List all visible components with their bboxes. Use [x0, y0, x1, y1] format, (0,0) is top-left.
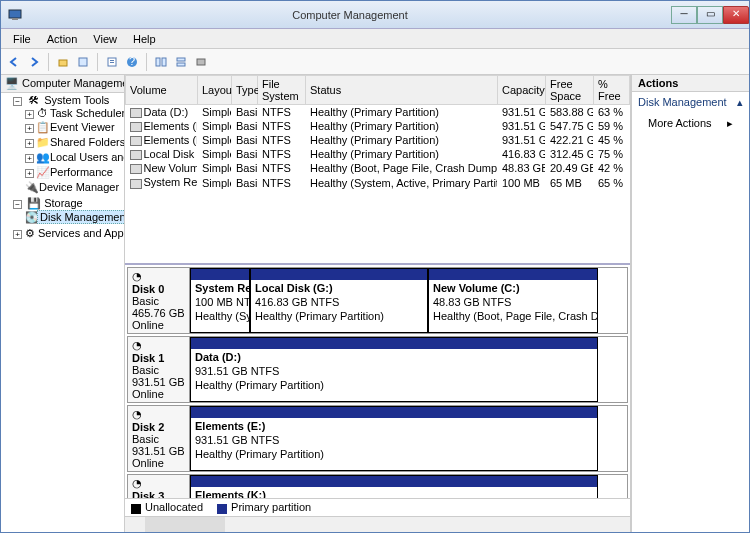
partition-stripe	[429, 269, 597, 280]
collapse-icon[interactable]: −	[13, 200, 22, 209]
disk-graphical-view[interactable]: ◔Disk 0Basic465.76 GBOnlineSystem Reserv…	[125, 265, 630, 498]
help-button[interactable]: ?	[123, 53, 141, 71]
toolbar-icon-3[interactable]	[152, 53, 170, 71]
partition[interactable]: Local Disk (G:)416.83 GB NTFSHealthy (Pr…	[250, 268, 428, 333]
disk-header[interactable]: ◔Disk 2Basic931.51 GBOnline	[128, 406, 190, 471]
volume-row[interactable]: System ReservedSimpleBasicNTFSHealthy (S…	[126, 175, 630, 189]
volume-pct: 42 %	[594, 161, 630, 175]
col-pctfree[interactable]: % Free	[594, 76, 630, 105]
partition[interactable]: New Volume (C:)48.83 GB NTFSHealthy (Boo…	[428, 268, 598, 333]
expand-icon[interactable]: +	[25, 110, 34, 119]
partition[interactable]: Data (D:)931.51 GB NTFSHealthy (Primary …	[190, 337, 598, 402]
partition-status: Healthy (Primary Partition)	[195, 379, 324, 391]
volume-row[interactable]: Data (D:)SimpleBasicNTFSHealthy (Primary…	[126, 105, 630, 120]
volume-row[interactable]: New Volume (C:)SimpleBasicNTFSHealthy (B…	[126, 161, 630, 175]
col-filesystem[interactable]: File System	[258, 76, 306, 105]
disk-row[interactable]: ◔Disk 2Basic931.51 GBOnlineElements (E:)…	[127, 405, 628, 472]
menu-view[interactable]: View	[85, 31, 125, 47]
partition[interactable]: Elements (K:)931.51 GB NTFSHealthy (Prim…	[190, 475, 598, 498]
perf-icon: 📈	[36, 166, 48, 179]
horizontal-scrollbar[interactable]	[125, 516, 630, 532]
tree-device-manager[interactable]: 🔌Device Manager	[25, 180, 124, 195]
tree-services-apps[interactable]: +⚙Services and Applications	[13, 226, 124, 241]
tree-root-row[interactable]: 🖥️ Computer Management (Local)	[1, 75, 124, 93]
volume-row[interactable]: Elements (K:)SimpleBasicNTFSHealthy (Pri…	[126, 133, 630, 147]
volume-layout: Simple	[198, 147, 232, 161]
menu-help[interactable]: Help	[125, 31, 164, 47]
menu-action[interactable]: Action	[39, 31, 86, 47]
svg-rect-0	[9, 10, 21, 18]
volume-row[interactable]: Local Disk (G:)SimpleBasicNTFSHealthy (P…	[126, 147, 630, 161]
menu-file[interactable]: File	[5, 31, 39, 47]
volume-table: Volume Layout Type File System Status Ca…	[125, 75, 630, 190]
volume-header-row[interactable]: Volume Layout Type File System Status Ca…	[126, 76, 630, 105]
tree-event-viewer[interactable]: +📋Event Viewer	[25, 120, 124, 135]
expand-icon[interactable]: +	[25, 154, 34, 163]
expand-icon[interactable]: +	[13, 230, 22, 239]
volume-icon	[130, 108, 142, 118]
toolbar-icon-2[interactable]	[74, 53, 92, 71]
disk-header[interactable]: ◔Disk 3Basic931.51 GBOnline	[128, 475, 190, 498]
more-actions-link[interactable]: More Actions ▸	[632, 113, 749, 134]
toolbar-icon-5[interactable]	[192, 53, 210, 71]
volume-pct: 63 %	[594, 105, 630, 120]
disk-state: Online	[132, 457, 164, 469]
disk-header[interactable]: ◔Disk 1Basic931.51 GBOnline	[128, 337, 190, 402]
svg-rect-9	[156, 58, 160, 66]
volume-list[interactable]: Volume Layout Type File System Status Ca…	[125, 75, 630, 265]
tree-disk-management[interactable]: 💽Disk Management	[25, 210, 124, 225]
tree-task-scheduler[interactable]: +⏱Task Scheduler	[25, 106, 124, 120]
volume-capacity: 48.83 GB	[498, 161, 546, 175]
partition[interactable]: System Reserved100 MB NTFSHealthy (Syste…	[190, 268, 250, 333]
col-status[interactable]: Status	[306, 76, 498, 105]
volume-type: Basic	[232, 175, 258, 189]
tree-root-label: Computer Management (Local)	[22, 77, 124, 89]
properties-button[interactable]	[103, 53, 121, 71]
partition-stripe	[191, 269, 249, 280]
volume-type: Basic	[232, 147, 258, 161]
up-button[interactable]	[54, 53, 72, 71]
disk-row[interactable]: ◔Disk 0Basic465.76 GBOnlineSystem Reserv…	[127, 267, 628, 334]
col-capacity[interactable]: Capacity	[498, 76, 546, 105]
volume-row[interactable]: Elements (E:)SimpleBasicNTFSHealthy (Pri…	[126, 119, 630, 133]
chevron-up-icon[interactable]: ▴	[737, 96, 743, 109]
forward-button[interactable]	[25, 53, 43, 71]
volume-fs: NTFS	[258, 119, 306, 133]
partition[interactable]: Elements (E:)931.51 GB NTFSHealthy (Prim…	[190, 406, 598, 471]
minimize-button[interactable]: ─	[671, 6, 697, 24]
expand-icon[interactable]: +	[25, 169, 34, 178]
disk-name: Disk 1	[132, 352, 185, 364]
volume-icon	[130, 136, 142, 146]
close-button[interactable]: ✕	[723, 6, 749, 24]
tree-storage[interactable]: − 💾 Storage 💽Disk Management	[13, 196, 124, 226]
users-icon: 👥	[36, 151, 48, 164]
back-button[interactable]	[5, 53, 23, 71]
disk-icon: ◔	[132, 270, 142, 282]
tree-local-users[interactable]: +👥Local Users and Groups	[25, 150, 124, 165]
tree-performance[interactable]: +📈Performance	[25, 165, 124, 180]
volume-fs: NTFS	[258, 161, 306, 175]
disk-row[interactable]: ◔Disk 3Basic931.51 GBOnlineElements (K:)…	[127, 474, 628, 498]
title-bar[interactable]: Computer Management ─ ▭ ✕	[1, 1, 749, 29]
disk-icon: ◔	[132, 339, 142, 351]
toolbar-icon-4[interactable]	[172, 53, 190, 71]
volume-status: Healthy (Primary Partition)	[306, 119, 498, 133]
collapse-icon[interactable]: −	[13, 97, 22, 106]
legend: Unallocated Primary partition	[125, 498, 630, 516]
tree-shared-folders[interactable]: +📁Shared Folders	[25, 135, 124, 150]
tree-system-tools[interactable]: − 🛠 System Tools +⏱Task Scheduler +📋Even…	[13, 93, 124, 196]
volume-layout: Simple	[198, 161, 232, 175]
svg-text:?: ?	[129, 56, 135, 67]
volume-icon	[130, 164, 142, 174]
disk-header[interactable]: ◔Disk 0Basic465.76 GBOnline	[128, 268, 190, 333]
disk-row[interactable]: ◔Disk 1Basic931.51 GBOnlineData (D:)931.…	[127, 336, 628, 403]
col-freespace[interactable]: Free Space	[546, 76, 594, 105]
col-type[interactable]: Type	[232, 76, 258, 105]
tree-pane[interactable]: 🖥️ Computer Management (Local) − 🛠 Syste…	[1, 75, 125, 532]
col-volume[interactable]: Volume	[126, 76, 198, 105]
col-layout[interactable]: Layout	[198, 76, 232, 105]
expand-icon[interactable]: +	[25, 139, 34, 148]
expand-icon[interactable]: +	[25, 124, 34, 133]
partition-title: Elements (E:)	[195, 420, 265, 432]
maximize-button[interactable]: ▭	[697, 6, 723, 24]
